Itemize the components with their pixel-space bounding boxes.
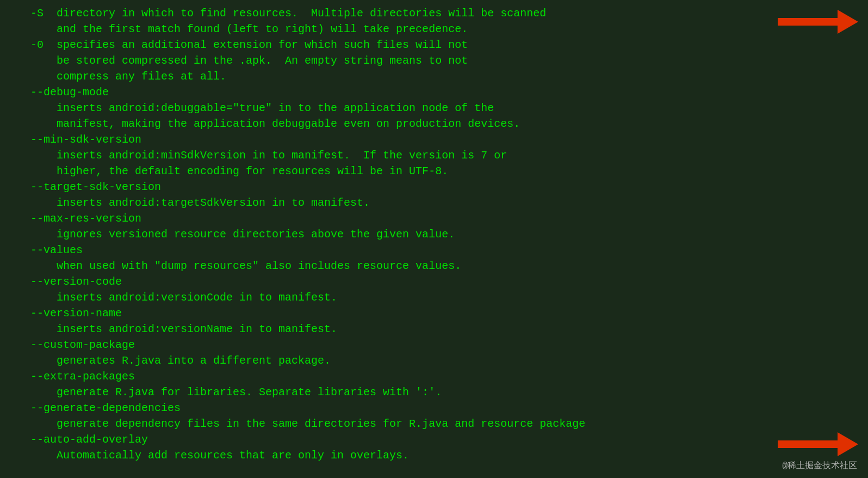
top-arrow-line bbox=[778, 18, 838, 26]
watermark: @稀土掘金技术社区 bbox=[782, 460, 857, 471]
top-arrow bbox=[778, 10, 858, 34]
bottom-arrow-line bbox=[778, 440, 838, 448]
bottom-arrow bbox=[778, 432, 858, 456]
top-arrow-head bbox=[838, 10, 858, 34]
terminal-content: -S directory in which to find resources.… bbox=[11, 5, 857, 463]
bottom-arrow-head bbox=[838, 432, 858, 456]
terminal-window: -S directory in which to find resources.… bbox=[0, 0, 868, 478]
